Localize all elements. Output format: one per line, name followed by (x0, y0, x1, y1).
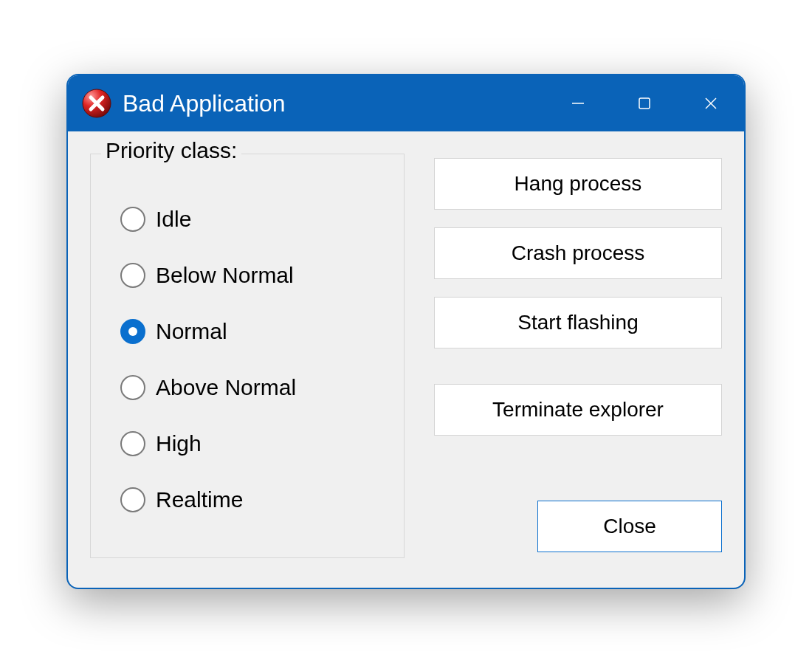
radio-label: Below Normal (156, 263, 294, 288)
priority-radio-realtime[interactable]: Realtime (120, 472, 383, 528)
radio-icon (120, 487, 145, 512)
close-window-button[interactable] (678, 75, 744, 131)
radio-label: Above Normal (156, 375, 296, 400)
maximize-icon (638, 97, 651, 110)
radio-label: Realtime (156, 487, 243, 512)
action-button-column: Hang process Crash process Start flashin… (434, 154, 722, 558)
close-icon (703, 96, 718, 111)
titlebar: Bad Application (68, 75, 744, 131)
svg-rect-2 (639, 98, 650, 109)
radio-label: High (156, 431, 202, 456)
radio-label: Normal (156, 319, 227, 344)
groupbox-legend: Priority class: (101, 138, 241, 163)
priority-radio-above-normal[interactable]: Above Normal (120, 360, 383, 416)
radio-icon (120, 263, 145, 288)
priority-radio-normal[interactable]: Normal (120, 303, 383, 360)
terminate-explorer-button[interactable]: Terminate explorer (434, 384, 722, 436)
error-icon (81, 88, 112, 119)
app-window: Bad Application Priority class: Idle (66, 74, 746, 589)
priority-radio-idle[interactable]: Idle (120, 191, 383, 247)
window-title: Bad Application (123, 90, 286, 117)
minimize-icon (571, 96, 585, 111)
radio-icon (120, 375, 145, 400)
crash-process-button[interactable]: Crash process (434, 227, 722, 279)
radio-icon (120, 431, 145, 456)
hang-process-button[interactable]: Hang process (434, 158, 722, 210)
maximize-button[interactable] (611, 75, 678, 131)
priority-radio-below-normal[interactable]: Below Normal (120, 247, 383, 303)
close-button[interactable]: Close (537, 501, 722, 552)
priority-radio-high[interactable]: High (120, 416, 383, 472)
priority-groupbox: Priority class: Idle Below Normal Normal… (90, 154, 405, 558)
radio-label: Idle (156, 207, 191, 232)
radio-icon (120, 319, 145, 344)
radio-icon (120, 207, 145, 232)
start-flashing-button[interactable]: Start flashing (434, 297, 722, 348)
minimize-button[interactable] (545, 75, 611, 131)
client-area: Priority class: Idle Below Normal Normal… (68, 131, 744, 588)
